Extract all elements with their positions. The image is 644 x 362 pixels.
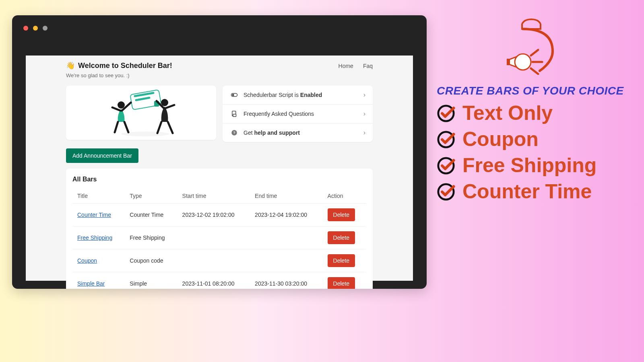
window-close-icon[interactable] xyxy=(23,26,28,31)
bar-title-link[interactable]: Free Shipping xyxy=(77,234,112,241)
promo-item: Coupon xyxy=(437,128,626,150)
promo-item: Counter Time xyxy=(437,181,626,203)
col-start: Start time xyxy=(178,189,250,204)
svg-rect-0 xyxy=(130,90,161,110)
table-row: CouponCoupon codeDelete xyxy=(72,249,366,272)
chevron-right-icon: › xyxy=(363,91,365,99)
info-links-card: Schedulerbar Script is Enabled › Frequen… xyxy=(223,86,373,142)
faq-row[interactable]: Frequently Asked Questions › xyxy=(223,105,373,123)
svg-point-4 xyxy=(118,101,125,109)
table-row: Simple BarSimple2023-11-01 08:20:002023-… xyxy=(72,272,366,289)
promo-item-text: Coupon xyxy=(462,128,539,150)
nav-faq[interactable]: Faq xyxy=(363,63,373,69)
promo-logo xyxy=(437,14,626,75)
wave-icon: 👋 xyxy=(66,61,75,70)
add-announcement-button[interactable]: Add Announcement Bar xyxy=(66,148,138,163)
bar-type: Free Shipping xyxy=(125,226,177,249)
promo-item-text: Counter Time xyxy=(462,181,592,203)
page-title: 👋 Welcome to Scheduler Bar! xyxy=(66,61,172,70)
delete-button[interactable]: Delete xyxy=(328,231,355,244)
promo-item: Text Only xyxy=(437,102,626,124)
bar-end xyxy=(250,226,323,249)
check-circle-icon xyxy=(437,183,455,201)
bar-end xyxy=(250,249,323,272)
bar-type: Coupon code xyxy=(125,249,177,272)
browser-frame: 👋 Welcome to Scheduler Bar! We're so gla… xyxy=(12,15,427,289)
top-nav: Home Faq xyxy=(339,63,373,69)
help-text: Get help and support xyxy=(244,130,300,136)
svg-point-6 xyxy=(121,132,169,136)
window-titlebar xyxy=(12,15,427,41)
bar-start xyxy=(178,249,250,272)
window-maximize-icon[interactable] xyxy=(43,26,47,31)
illustration-card xyxy=(66,86,216,140)
col-end: End time xyxy=(250,189,323,204)
bar-start: 2023-12-02 19:02:00 xyxy=(178,204,250,226)
col-action: Action xyxy=(323,189,366,204)
svg-line-18 xyxy=(531,68,538,74)
svg-text:?: ? xyxy=(233,131,235,135)
window-minimize-icon[interactable] xyxy=(33,26,38,31)
svg-point-8 xyxy=(232,94,234,96)
check-circle-icon xyxy=(437,130,455,149)
promo-item-text: Text Only xyxy=(462,102,553,124)
document-icon xyxy=(231,110,238,117)
megaphone-bag-icon xyxy=(501,14,561,75)
page-subtitle: We're so glad to see you. :) xyxy=(66,72,172,78)
svg-point-22 xyxy=(438,184,454,199)
table-row: Counter TimeCounter Time2023-12-02 19:02… xyxy=(72,204,366,226)
help-row[interactable]: ? Get help and support › xyxy=(223,123,373,142)
bar-end: 2023-11-30 03:20:00 xyxy=(250,272,323,289)
nav-home[interactable]: Home xyxy=(339,63,353,69)
page-title-text: Welcome to Scheduler Bar! xyxy=(78,62,172,70)
toggle-icon xyxy=(231,91,238,99)
col-type: Type xyxy=(125,189,177,204)
bar-type: Simple xyxy=(125,272,177,289)
table-row: Free ShippingFree ShippingDelete xyxy=(72,226,366,249)
question-icon: ? xyxy=(231,129,238,136)
promo-panel: CREATE BARS OF YOUR CHOICE Text OnlyCoup… xyxy=(437,14,626,207)
svg-rect-14 xyxy=(507,59,510,65)
promo-heading: CREATE BARS OF YOUR CHOICE xyxy=(437,84,626,97)
people-illustration-icon xyxy=(89,89,194,137)
bar-end: 2023-12-04 19:02:00 xyxy=(250,204,323,226)
svg-point-21 xyxy=(438,158,454,173)
bars-table-card: All Bars Title Type Start time End time … xyxy=(66,169,373,289)
bars-table: Title Type Start time End time Action Co… xyxy=(72,189,366,289)
col-title: Title xyxy=(72,189,125,204)
bar-title-link[interactable]: Counter Time xyxy=(77,212,111,218)
svg-rect-10 xyxy=(233,114,236,117)
script-status-text: Schedulerbar Script is Enabled xyxy=(244,92,322,98)
svg-point-19 xyxy=(438,105,454,121)
faq-text: Frequently Asked Questions xyxy=(244,111,314,117)
promo-item: Free Shipping xyxy=(437,154,626,177)
promo-item-text: Free Shipping xyxy=(462,154,597,177)
svg-line-16 xyxy=(531,50,538,56)
bar-title-link[interactable]: Coupon xyxy=(77,257,97,264)
svg-point-15 xyxy=(515,54,531,70)
script-status-row[interactable]: Schedulerbar Script is Enabled › xyxy=(223,86,373,105)
svg-point-20 xyxy=(438,132,454,147)
bar-title-link[interactable]: Simple Bar xyxy=(77,280,105,287)
delete-button[interactable]: Delete xyxy=(328,208,355,221)
app-viewport: 👋 Welcome to Scheduler Bar! We're so gla… xyxy=(26,56,413,281)
check-circle-icon xyxy=(437,156,455,175)
chevron-right-icon: › xyxy=(363,110,365,117)
table-heading: All Bars xyxy=(72,176,366,183)
delete-button[interactable]: Delete xyxy=(328,254,355,267)
delete-button[interactable]: Delete xyxy=(328,277,355,289)
bar-start xyxy=(178,226,250,249)
bar-type: Counter Time xyxy=(125,204,177,226)
bar-start: 2023-11-01 08:20:00 xyxy=(178,272,250,289)
check-circle-icon xyxy=(437,104,455,123)
chevron-right-icon: › xyxy=(363,129,365,136)
